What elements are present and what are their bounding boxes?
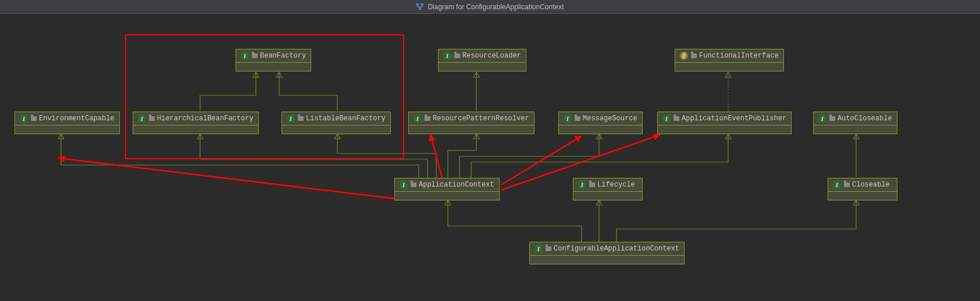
package-icon bbox=[454, 53, 460, 58]
interface-icon: I bbox=[534, 245, 543, 253]
node-application-event-publisher[interactable]: IApplicationEventPublisher bbox=[657, 112, 792, 134]
package-icon bbox=[844, 182, 850, 187]
package-icon bbox=[691, 53, 697, 58]
interface-icon: I bbox=[400, 181, 408, 189]
package-icon bbox=[546, 246, 551, 251]
interface-icon: I bbox=[287, 114, 295, 123]
node-label: Closeable bbox=[852, 181, 890, 189]
node-listable-bean-factory[interactable]: IListableBeanFactory bbox=[281, 112, 391, 134]
package-icon bbox=[673, 116, 679, 121]
node-label: EnvironmentCapable bbox=[39, 114, 115, 123]
svg-line-3 bbox=[58, 158, 395, 199]
svg-rect-1 bbox=[421, 3, 423, 5]
node-application-context[interactable]: IApplicationContext bbox=[394, 178, 500, 200]
interface-icon: I bbox=[564, 114, 572, 123]
node-environment-capable[interactable]: IEnvironmentCapable bbox=[15, 112, 120, 134]
interface-icon: I bbox=[20, 114, 28, 123]
title-bar: Diagram for ConfigurableApplicationConte… bbox=[0, 0, 980, 14]
package-icon bbox=[411, 182, 416, 187]
interface-icon: I bbox=[443, 52, 451, 60]
interface-icon: I bbox=[578, 181, 586, 189]
node-hierarchical-bean-factory[interactable]: IHierarchicalBeanFactory bbox=[133, 112, 259, 134]
interface-icon: I bbox=[138, 114, 146, 123]
node-bean-factory[interactable]: IBeanFactory bbox=[236, 49, 311, 71]
interface-icon: I bbox=[241, 52, 249, 60]
node-label: ConfigurableApplicationContext bbox=[554, 245, 679, 253]
package-icon bbox=[589, 182, 595, 187]
node-label: ApplicationContext bbox=[419, 181, 494, 189]
interface-icon: I bbox=[414, 114, 422, 123]
package-icon bbox=[149, 116, 155, 121]
node-functional-interface[interactable]: @FunctionalInterface bbox=[675, 49, 784, 71]
package-icon bbox=[829, 116, 835, 121]
diagram-icon bbox=[416, 3, 424, 11]
package-icon bbox=[298, 116, 304, 121]
node-resource-pattern-resolver[interactable]: IResourcePatternResolver bbox=[408, 112, 534, 134]
interface-icon: I bbox=[662, 114, 671, 123]
package-icon bbox=[575, 116, 580, 121]
node-configurable-application-context[interactable]: IConfigurableApplicationContext bbox=[529, 242, 685, 264]
svg-rect-0 bbox=[416, 3, 419, 5]
svg-rect-2 bbox=[419, 8, 421, 10]
node-label: AutoCloseable bbox=[838, 114, 892, 123]
node-label: HierarchicalBeanFactory bbox=[157, 114, 254, 123]
node-auto-closeable[interactable]: IAutoCloseable bbox=[813, 112, 897, 134]
node-label: ListableBeanFactory bbox=[306, 114, 386, 123]
node-label: MessageSource bbox=[583, 114, 637, 123]
annotation-icon: @ bbox=[680, 52, 688, 60]
node-message-source[interactable]: IMessageSource bbox=[558, 112, 643, 134]
package-icon bbox=[31, 116, 37, 121]
node-label: BeanFactory bbox=[260, 52, 306, 60]
interface-icon: I bbox=[818, 114, 826, 123]
diagram-canvas[interactable]: IBeanFactory IResourceLoader @Functional… bbox=[0, 14, 980, 301]
svg-line-5 bbox=[501, 136, 582, 185]
node-closeable[interactable]: ICloseable bbox=[828, 178, 897, 200]
node-lifecycle[interactable]: ILifecycle bbox=[573, 178, 643, 200]
node-resource-loader[interactable]: IResourceLoader bbox=[438, 49, 526, 71]
package-icon bbox=[425, 116, 430, 121]
svg-line-4 bbox=[430, 134, 442, 178]
interface-icon: I bbox=[833, 181, 841, 189]
node-label: ResourcePatternResolver bbox=[433, 114, 529, 123]
node-label: ResourceLoader bbox=[462, 52, 521, 60]
node-label: Lifecycle bbox=[597, 181, 635, 189]
package-icon bbox=[252, 53, 258, 58]
node-label: ApplicationEventPublisher bbox=[682, 114, 786, 123]
node-label: FunctionalInterface bbox=[699, 52, 779, 60]
title-text: Diagram for ConfigurableApplicationConte… bbox=[427, 3, 564, 11]
